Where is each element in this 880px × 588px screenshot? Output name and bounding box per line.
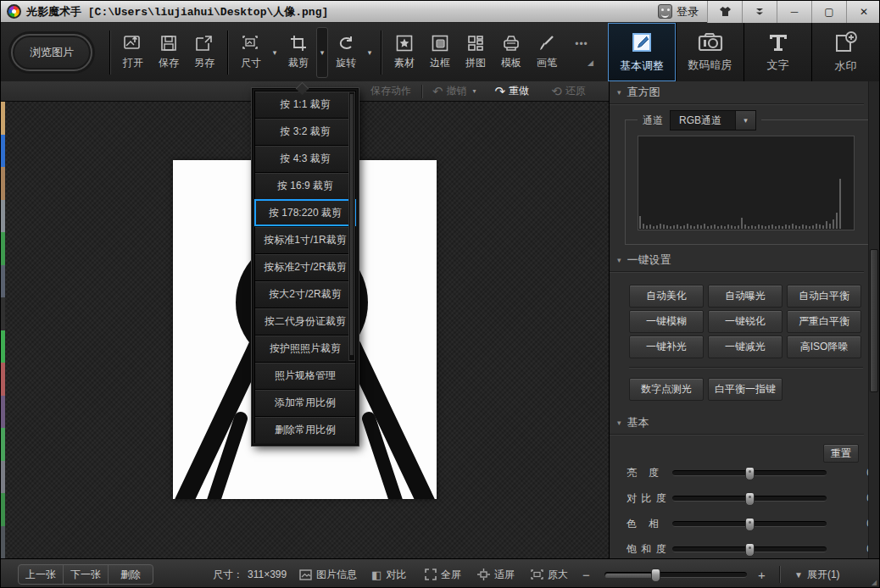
rotate-dropdown-arrow[interactable]: ▾	[364, 29, 376, 76]
basic-section-header[interactable]: ▾ 基本	[610, 412, 864, 435]
skin-button[interactable]	[707, 1, 742, 23]
hue-slider-thumb[interactable]	[745, 518, 755, 531]
open-button[interactable]: 打开	[115, 29, 151, 76]
saturation-slider-thumb[interactable]	[745, 543, 755, 557]
user-avatar-icon	[658, 4, 672, 19]
channel-select[interactable]: RGB通道 ▾	[670, 110, 756, 130]
white-balance-one-touch-button[interactable]: 白平衡一指键	[708, 378, 783, 401]
fit-screen-button[interactable]: 适屏	[477, 559, 515, 588]
brush-button[interactable]: 画笔	[529, 29, 565, 76]
saturation-slider[interactable]	[672, 546, 827, 552]
panel-scrollbar[interactable]	[868, 81, 879, 558]
high-iso-denoise-button[interactable]: 高ISO降噪	[787, 336, 861, 358]
brush-icon	[538, 35, 555, 52]
crop-icon	[290, 35, 307, 52]
maximize-button[interactable]: ▢	[811, 1, 846, 23]
prev-photo-button[interactable]: 上一张	[19, 565, 64, 584]
frame-button[interactable]: 边框	[422, 29, 458, 76]
app-logo-icon	[7, 4, 21, 19]
rotate-button[interactable]: 旋转	[328, 29, 364, 76]
one-key-sharpen-button[interactable]: 一键锐化	[708, 310, 783, 333]
collage-button[interactable]: 拼图	[458, 29, 493, 76]
corner-expand-icon: ◢	[588, 58, 593, 67]
compare-button[interactable]: ◧ 对比	[371, 559, 406, 588]
one-key-blur-button[interactable]: 一键模糊	[629, 310, 704, 333]
resize-button[interactable]: 尺寸	[233, 29, 269, 76]
menu-item-crop-passport[interactable]: 按护照照片裁剪	[254, 335, 356, 362]
menu-item-crop-large-2inch[interactable]: 按大2寸/2R裁剪	[254, 280, 356, 308]
collapsed-filmstrip[interactable]	[1, 102, 5, 558]
original-size-button[interactable]: 原大	[531, 559, 568, 588]
save-as-button[interactable]: 另存	[187, 29, 222, 76]
save-button[interactable]: 保存	[151, 29, 187, 76]
hue-slider[interactable]	[672, 521, 827, 527]
reset-button[interactable]: 重置	[823, 444, 859, 463]
tab-digital-darkroom[interactable]: 数码暗房	[676, 23, 744, 81]
quick-settings-section-header[interactable]: ▾ 一键设置	[610, 249, 864, 272]
menu-item-crop-3-2[interactable]: 按 3:2 裁剪	[254, 118, 356, 145]
zoom-slider[interactable]	[604, 572, 747, 578]
brightness-slider[interactable]	[672, 470, 827, 476]
auto-exposure-button[interactable]: 自动曝光	[708, 285, 783, 308]
fullscreen-button[interactable]: 全屏	[425, 559, 461, 588]
auto-white-balance-button[interactable]: 自动白平衡	[787, 285, 861, 308]
delete-photo-button[interactable]: 删除	[109, 565, 153, 584]
browse-images-button[interactable]: 浏览图片	[11, 34, 92, 71]
one-key-fill-light-button[interactable]: 一键补光	[629, 336, 704, 358]
minimize-button[interactable]: ─	[777, 1, 811, 23]
more-tools-button[interactable]: ••• ◢	[565, 29, 599, 76]
one-key-dim-light-button[interactable]: 一键减光	[708, 336, 783, 358]
resize-dropdown-arrow[interactable]: ▾	[269, 29, 281, 76]
menu-item-crop-std-2inch[interactable]: 按标准2寸/2R裁剪	[254, 253, 356, 280]
saturation-label: 饱 和 度	[627, 542, 671, 557]
menu-item-crop-4-3[interactable]: 按 4:3 裁剪	[254, 145, 356, 172]
restore-button[interactable]: ⟲ 还原	[551, 84, 586, 98]
menu-item-crop-16-9[interactable]: 按 16:9 裁剪	[254, 172, 356, 199]
quick-settings-grid: 自动美化 自动曝光 自动白平衡 一键模糊 一键锐化 严重白平衡 一键补光 一键减…	[629, 285, 863, 358]
collage-label: 拼图	[465, 56, 486, 70]
contrast-slider[interactable]	[672, 496, 827, 502]
menu-item-crop-178-220[interactable]: 按 178:220 裁剪	[254, 199, 356, 226]
severe-white-balance-button[interactable]: 严重白平衡	[787, 310, 861, 333]
template-label: 模板	[501, 56, 521, 70]
resize-grip[interactable]: ◢	[872, 580, 878, 586]
menu-item-add-ratio[interactable]: 添加常用比例	[254, 389, 356, 416]
expand-panel-button[interactable]: ▼ 展开(1)	[794, 559, 840, 588]
close-button[interactable]: ✕	[846, 1, 880, 23]
brightness-slider-thumb[interactable]	[745, 467, 755, 480]
template-button[interactable]: 模板	[493, 29, 529, 76]
image-info-button[interactable]: 图片信息	[299, 559, 357, 588]
contrast-slider-thumb[interactable]	[745, 492, 755, 506]
menu-item-crop-1-1[interactable]: 按 1:1 裁剪	[254, 91, 356, 118]
panel-scrollbar-thumb[interactable]	[870, 249, 878, 392]
fullscreen-icon	[425, 569, 437, 580]
crop-button[interactable]: 裁剪	[281, 29, 316, 76]
next-photo-button[interactable]: 下一张	[64, 565, 109, 584]
undo-dropdown-arrow[interactable]: ▾	[473, 87, 476, 95]
menu-item-photo-spec-manage[interactable]: 照片规格管理	[254, 362, 356, 389]
material-button[interactable]: 素材	[387, 29, 422, 76]
compare-label: 对比	[386, 568, 406, 582]
menu-scrollbar[interactable]	[348, 92, 355, 361]
zoom-out-button[interactable]: −	[582, 559, 590, 588]
histogram-section-header[interactable]: ▾ 直方图	[610, 81, 864, 104]
tab-watermark[interactable]: 水印	[811, 23, 879, 81]
undo-button[interactable]: ↶ 撤销 ▾	[432, 84, 476, 98]
zoom-slider-thumb[interactable]	[651, 569, 660, 582]
menu-item-crop-id-card[interactable]: 按二代身份证裁剪	[254, 308, 356, 335]
menu-item-delete-ratio[interactable]: 删除常用比例	[254, 416, 356, 443]
login-button[interactable]: 登录	[649, 4, 707, 19]
tab-basic-adjust[interactable]: 基本调整	[608, 23, 676, 81]
bottom-bar: 上一张 下一张 删除 尺寸： 311×399 图片信息 ◧ 对比 全屏	[1, 558, 880, 588]
zoom-in-button[interactable]: +	[758, 559, 766, 588]
toolbar-separator	[109, 31, 110, 75]
redo-button[interactable]: ↷ 重做	[495, 84, 530, 98]
save-action-button[interactable]: 保存动作	[370, 84, 411, 98]
auto-beautify-button[interactable]: 自动美化	[629, 285, 704, 308]
collapse-window-button[interactable]	[742, 1, 777, 23]
digital-spot-metering-button[interactable]: 数字点测光	[629, 378, 704, 401]
tab-text[interactable]: 文字	[744, 23, 811, 81]
crop-dropdown-arrow[interactable]: ▾	[316, 27, 328, 78]
channel-value: RGB通道	[671, 114, 735, 128]
menu-item-crop-std-1inch[interactable]: 按标准1寸/1R裁剪	[254, 226, 356, 253]
